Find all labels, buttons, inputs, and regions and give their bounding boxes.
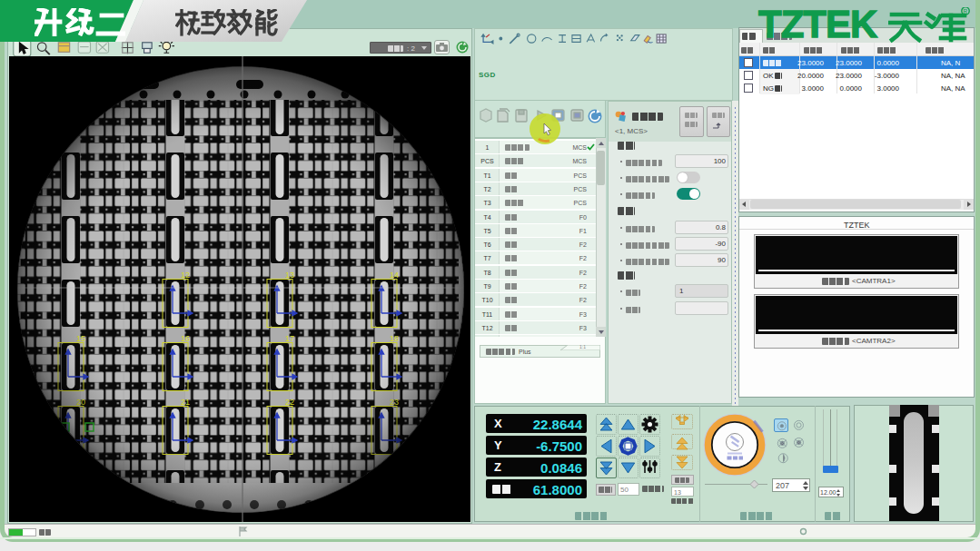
svg-text:R: R <box>964 8 968 15</box>
